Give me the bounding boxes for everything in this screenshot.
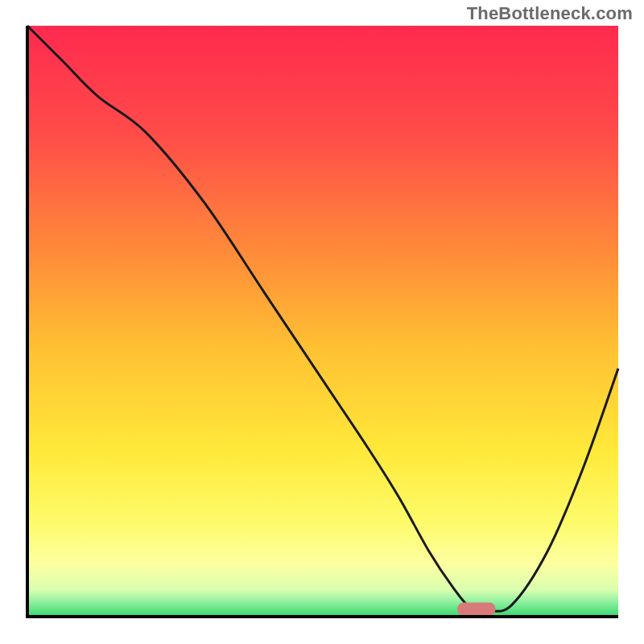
optimal-marker bbox=[457, 602, 496, 615]
bottleneck-chart bbox=[0, 0, 644, 644]
plot-background bbox=[27, 26, 618, 617]
watermark-text: TheBottleneck.com bbox=[467, 3, 633, 24]
